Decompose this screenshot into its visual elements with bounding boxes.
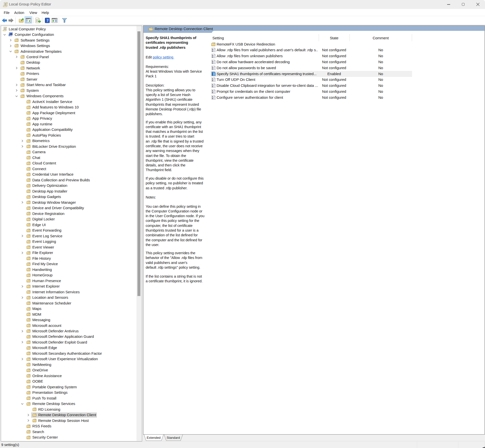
- svg-text:Extended: Extended: [147, 436, 161, 440]
- svg-text:Standard: Standard: [167, 436, 180, 440]
- svg-text:?: ?: [47, 18, 49, 23]
